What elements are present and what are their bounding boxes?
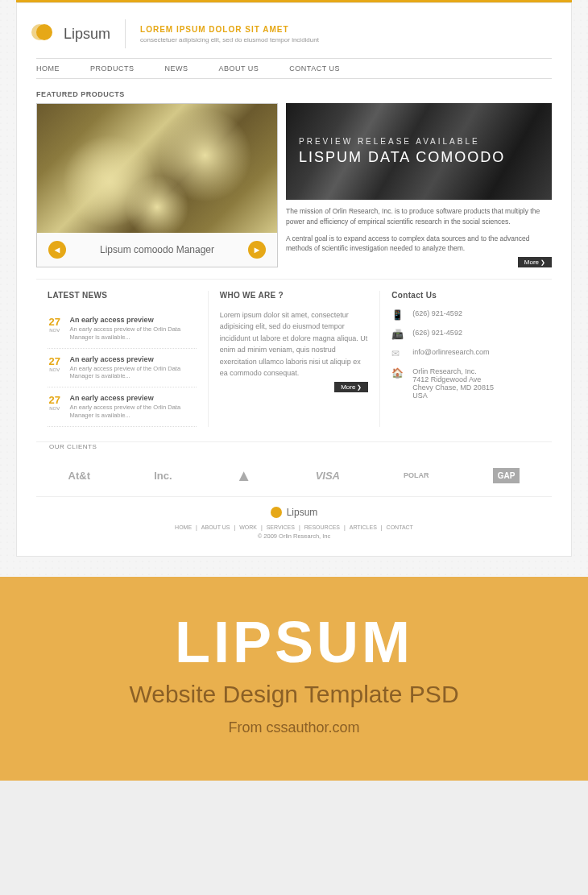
hero-subtitle: PREVIEW RELEASE AVAILABLE: [299, 137, 539, 146]
featured-caption-bar: ◄ Lipsum comoodo Manager ►: [37, 233, 277, 267]
nav-contact[interactable]: CONTACT US: [289, 64, 340, 73]
clients-label: OUR CLIENTS: [43, 443, 103, 450]
contact-column: Contact Us 📱(626) 921-4592 📠(626) 921-45…: [380, 291, 552, 427]
nav-news[interactable]: NEWS: [165, 64, 188, 73]
who-column: WHO WE ARE ? Lorem ipsum dolor sit amet,…: [208, 291, 381, 427]
client-logo-att: At&t: [68, 470, 90, 482]
next-arrow-icon[interactable]: ►: [248, 241, 266, 259]
prev-arrow-icon[interactable]: ◄: [48, 241, 66, 259]
promo-banner: LIPSUM Website Design Template PSD From …: [0, 577, 588, 781]
news-column: LATEST NEWS 27NOV An early access previe…: [36, 291, 208, 427]
client-logo-visa: VISA: [316, 470, 340, 482]
promo-title: LIPSUM: [16, 613, 572, 671]
contact-fax: 📠(626) 921-4592: [391, 329, 540, 340]
footer-links: HOME | ABOUT US | WORK | SERVICES | RESO…: [36, 524, 552, 530]
featured-image-cactus: [37, 104, 277, 233]
featured-label: FEATURED PRODUCTS: [36, 90, 552, 98]
footer-logo-icon: [271, 507, 282, 518]
featured-right: PREVIEW RELEASE AVAILABLE LISPUM DATA CO…: [286, 103, 552, 267]
home-icon: 🏠: [391, 367, 404, 379]
header-divider: [125, 19, 126, 48]
footer-link-about[interactable]: ABOUT US: [201, 524, 230, 530]
contact-address: 🏠 Orlin Research, Inc. 7412 Ridgewood Av…: [391, 367, 540, 400]
news-item[interactable]: 27NOV An early access previewAn early ac…: [48, 309, 197, 349]
client-logo-polar: POLAR: [404, 471, 429, 479]
client-logo-gap: GAP: [493, 468, 520, 483]
who-more-button[interactable]: More: [334, 382, 368, 392]
featured-desc-1: The mission of Orlin Research, Inc. is t…: [286, 206, 552, 227]
header: Lipsum LOREM IPSUM DOLOR SIT AMET consec…: [36, 19, 552, 58]
brand-name: Lipsum: [64, 26, 110, 43]
client-logos: At&t Inc. ▲ VISA POLAR GAP: [36, 463, 552, 496]
news-item[interactable]: 27NOV An early access previewAn early ac…: [48, 349, 197, 388]
nav-about[interactable]: ABOUT US: [219, 64, 259, 73]
footer-link-services[interactable]: SERVICES: [267, 524, 295, 530]
promo-subtitle: Website Design Template PSD: [16, 681, 572, 708]
info-columns: LATEST NEWS 27NOV An early access previe…: [36, 279, 552, 427]
client-logo-triangle: ▲: [236, 466, 252, 485]
tagline-sub: consectetuer adipisicing elit, sed do ei…: [140, 36, 319, 44]
footer-copyright: © 2009 Orlin Research, Inc: [36, 532, 552, 540]
featured-desc-2: A central goal is to expand access to co…: [286, 234, 552, 255]
main-nav: HOME PRODUCTS NEWS ABOUT US CONTACT US: [36, 58, 552, 79]
nav-home[interactable]: HOME: [36, 64, 60, 73]
who-body: Lorem ipsum dolor sit amet, consectetur …: [220, 309, 369, 379]
contact-email[interactable]: ✉info@orlinresearch.com: [391, 348, 540, 359]
news-item[interactable]: 27NOV An early access previewAn early ac…: [48, 387, 197, 427]
news-title: LATEST NEWS: [48, 291, 197, 300]
footer-link-home[interactable]: HOME: [175, 524, 192, 530]
footer-link-work[interactable]: WORK: [239, 524, 257, 530]
tagline-title: LOREM IPSUM DOLOR SIT AMET: [140, 25, 319, 34]
tagline: LOREM IPSUM DOLOR SIT AMET consectetuer …: [140, 25, 319, 44]
featured-left: ◄ Lipsum comoodo Manager ►: [36, 103, 278, 267]
promo-source: From cssauthor.com: [16, 719, 572, 736]
featured-caption: Lipsum comoodo Manager: [100, 244, 214, 255]
who-title: WHO WE ARE ?: [220, 291, 369, 300]
featured-more-button[interactable]: More: [518, 257, 552, 267]
footer: Lipsum HOME | ABOUT US | WORK | SERVICES…: [36, 496, 552, 540]
footer-link-contact[interactable]: CONTACT: [387, 524, 413, 530]
nav-products[interactable]: PRODUCTS: [90, 64, 135, 73]
site-card: Lipsum LOREM IPSUM DOLOR SIT AMET consec…: [16, 2, 572, 557]
logo-icon: [36, 24, 56, 44]
email-icon: ✉: [391, 348, 404, 359]
phone-icon: 📱: [391, 309, 404, 321]
hero-title: LISPUM DATA COMOODO: [299, 149, 539, 167]
featured-row: ◄ Lipsum comoodo Manager ► PREVIEW RELEA…: [36, 103, 552, 267]
clients-section: OUR CLIENTS At&t Inc. ▲ VISA POLAR GAP: [36, 441, 552, 496]
footer-link-resources[interactable]: RESOURCES: [304, 524, 340, 530]
contact-phone: 📱(626) 921-4592: [391, 309, 540, 321]
logo[interactable]: Lipsum: [36, 24, 110, 44]
footer-link-articles[interactable]: ARTICLES: [350, 524, 377, 530]
footer-logo[interactable]: Lipsum: [271, 507, 318, 518]
fax-icon: 📠: [391, 329, 404, 340]
contact-title: Contact Us: [391, 291, 540, 300]
featured-hero-image: PREVIEW RELEASE AVAILABLE LISPUM DATA CO…: [286, 103, 552, 200]
client-logo-inc: Inc.: [154, 470, 172, 482]
